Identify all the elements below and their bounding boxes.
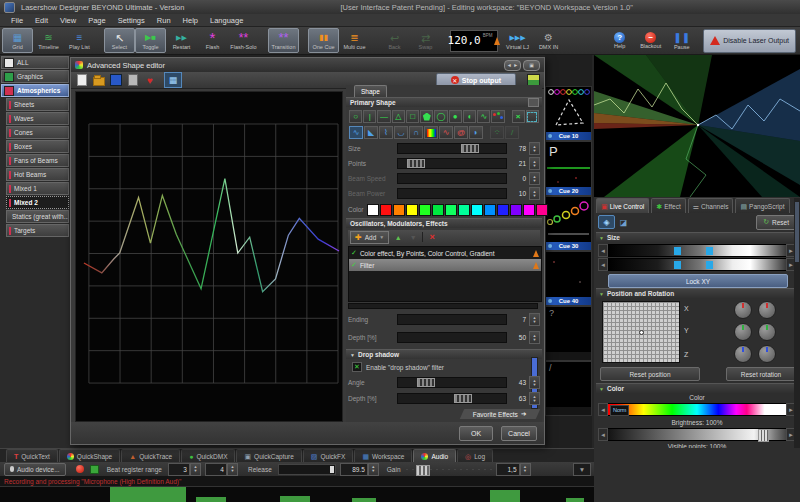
shape-icon-square[interactable]: □ bbox=[406, 110, 419, 123]
color-swatch[interactable] bbox=[367, 204, 379, 216]
slider-track-depth-1[interactable] bbox=[397, 332, 507, 343]
cancel-button[interactable]: Cancel bbox=[501, 426, 537, 441]
slider-thumb[interactable] bbox=[416, 465, 430, 476]
sidebar-item-targets[interactable]: Targets bbox=[6, 224, 69, 237]
tab-pangoscript[interactable]: ▤PangoScript bbox=[735, 198, 789, 213]
color-swatch[interactable] bbox=[432, 204, 444, 216]
tab-quickfx[interactable]: ▨QuickFX bbox=[303, 449, 354, 462]
shape-icon-marquee[interactable] bbox=[526, 110, 539, 123]
delete-effect-button[interactable]: × bbox=[426, 232, 438, 243]
shape-icon-triangle[interactable]: △ bbox=[392, 110, 405, 123]
menu-help[interactable]: Help bbox=[178, 15, 203, 26]
toolbar-button-toggle[interactable]: ▶■Toggle bbox=[135, 28, 166, 53]
checkbox[interactable]: ✕ bbox=[352, 362, 362, 372]
shape-icon-horizontal-line[interactable]: — bbox=[377, 110, 390, 123]
menu-edit[interactable]: Edit bbox=[30, 15, 53, 26]
slider-left-cap[interactable]: ◄ bbox=[598, 403, 608, 416]
sidebar-item-mixed-1[interactable]: Mixed 1 bbox=[6, 182, 69, 195]
shape-tab[interactable]: Shape bbox=[354, 85, 387, 97]
slider-track-points[interactable] bbox=[397, 158, 507, 169]
color-swatch[interactable] bbox=[406, 204, 418, 216]
toolbar-button-virtual-lj[interactable]: ▶▶▶ Virtual LJ bbox=[502, 28, 533, 53]
shape-icon-arc[interactable]: ◡ bbox=[394, 126, 408, 139]
drop-shadow-header[interactable]: ▼ Drop shadow bbox=[346, 349, 542, 359]
menu-view[interactable]: View bbox=[55, 15, 81, 26]
menu-run[interactable]: Run bbox=[152, 15, 176, 26]
tab-log[interactable]: ◎Log bbox=[457, 449, 493, 462]
cue-cell-empty[interactable]: / bbox=[545, 361, 592, 416]
toolbar-button-help[interactable]: ? Help bbox=[604, 28, 635, 53]
cue-cell-cue-10[interactable]: Cue 10 bbox=[545, 86, 592, 141]
size-y-slider[interactable]: ◄ ► bbox=[598, 258, 796, 271]
sidebar-item-mixed-2[interactable]: Mixed 2 bbox=[6, 196, 69, 209]
release-slider[interactable] bbox=[278, 464, 336, 475]
menu-page[interactable]: Page bbox=[83, 15, 111, 26]
slider-stepper[interactable]: ▲▼ bbox=[529, 157, 540, 170]
shape-icon-squiggle[interactable]: ∿ bbox=[477, 110, 490, 123]
shape-icon-ring[interactable]: ◯ bbox=[434, 110, 447, 123]
position-rotation-section-header[interactable]: ▼ Position and Rotation bbox=[596, 288, 798, 298]
slider-thumb[interactable] bbox=[454, 394, 472, 403]
cue-cell-cue-40[interactable]: Cue 40 bbox=[545, 251, 592, 306]
slider-thumb[interactable] bbox=[758, 429, 769, 442]
slider-stepper[interactable]: ▲▼ bbox=[529, 331, 540, 344]
size-x-slider[interactable]: ◄ ► bbox=[598, 244, 796, 257]
color-swatch[interactable] bbox=[445, 204, 457, 216]
effects-section-header[interactable]: Oscillators, Modulators, Effects bbox=[346, 218, 542, 228]
shape-icon-vertical-line[interactable]: | bbox=[363, 110, 376, 123]
tab-channels[interactable]: ⚌Channels bbox=[688, 198, 734, 213]
gain-slider[interactable] bbox=[406, 469, 492, 470]
slider-stepper[interactable]: ▲▼ bbox=[529, 376, 540, 389]
sidebar-item-waves[interactable]: Waves bbox=[6, 112, 69, 125]
slider-left-cap[interactable]: ◄ bbox=[598, 244, 608, 257]
shape-icon-wave[interactable]: ∿ bbox=[349, 126, 363, 139]
rotation-knob-y[interactable] bbox=[758, 323, 776, 341]
favorite-effects-tab[interactable]: Favorite Effects ➔ bbox=[460, 409, 540, 419]
shape-canvas[interactable] bbox=[75, 91, 343, 422]
sidebar-item-graphics[interactable]: Graphics bbox=[1, 70, 69, 83]
color-section-header[interactable]: ▼ Color bbox=[596, 383, 798, 393]
slider-track-ending[interactable] bbox=[397, 314, 507, 325]
shape-icon-close[interactable]: × bbox=[512, 110, 525, 123]
effect-row-filter[interactable]: ✓Filter bbox=[349, 259, 541, 271]
sidebar-item-fans-of-beams[interactable]: Fans of Beams bbox=[6, 154, 69, 167]
cue-cell-cue-20[interactable]: PCue 20 bbox=[545, 141, 592, 196]
collapse-button[interactable] bbox=[528, 98, 539, 107]
color-swatch[interactable] bbox=[536, 204, 548, 216]
toolbar-button-one-cue[interactable]: ▮▮One Cue bbox=[308, 28, 339, 53]
color-swatch[interactable] bbox=[380, 204, 392, 216]
color-swatch[interactable] bbox=[471, 204, 483, 216]
slider-thumb[interactable] bbox=[461, 144, 479, 153]
toolbar-button-play-list[interactable]: ≡Play List bbox=[64, 28, 95, 53]
slider-stepper[interactable]: ▲▼ bbox=[529, 187, 540, 200]
slider-track-beam-speed[interactable] bbox=[397, 173, 507, 184]
record-button[interactable] bbox=[76, 465, 84, 473]
reset-button[interactable]: ↻ Reset bbox=[756, 215, 796, 230]
color-swatch[interactable] bbox=[497, 204, 509, 216]
gain-stepper[interactable]: ▲▼ bbox=[520, 463, 531, 476]
cue-cell-cue-30[interactable]: Cue 30 bbox=[545, 196, 592, 251]
slider-track-depth-2[interactable] bbox=[397, 393, 507, 404]
reset-position-button[interactable]: Reset position bbox=[600, 367, 700, 381]
release-stepper[interactable]: ▲▼ bbox=[368, 463, 379, 476]
shape-icon-circle[interactable]: ○ bbox=[349, 110, 362, 123]
primary-shape-header[interactable]: Primary Shape bbox=[346, 97, 542, 107]
rotation-knob-z[interactable] bbox=[734, 345, 752, 363]
shape-icon-pentagon[interactable] bbox=[420, 110, 433, 123]
size-section-header[interactable]: ▼ Size bbox=[596, 232, 798, 242]
toolbar-button-multi-cue[interactable]: ≣Multi cue bbox=[339, 28, 370, 53]
color-norm-marker[interactable]: Norm bbox=[610, 405, 629, 416]
toolbar-button-select[interactable]: ↖Select bbox=[104, 28, 135, 53]
color-swatch[interactable] bbox=[523, 204, 535, 216]
sidebar-item-hot-beams[interactable]: Hot Beams bbox=[6, 168, 69, 181]
sidebar-item-statics-great-with[interactable]: Statics (great with... bbox=[6, 210, 69, 223]
toolbar-button-dmx-in[interactable]: ⚙ DMX IN bbox=[533, 28, 564, 53]
slider-track-beam-power[interactable] bbox=[397, 188, 507, 199]
tab-quickshape[interactable]: QuickShape bbox=[59, 449, 120, 462]
color-swatch[interactable] bbox=[393, 204, 405, 216]
gain-value[interactable]: 1,5 bbox=[496, 463, 520, 476]
rotation-knob-y[interactable] bbox=[734, 323, 752, 341]
shape-icon-disc[interactable]: ● bbox=[449, 110, 462, 123]
color-swatch[interactable] bbox=[419, 204, 431, 216]
new-file-icon[interactable] bbox=[76, 74, 88, 86]
